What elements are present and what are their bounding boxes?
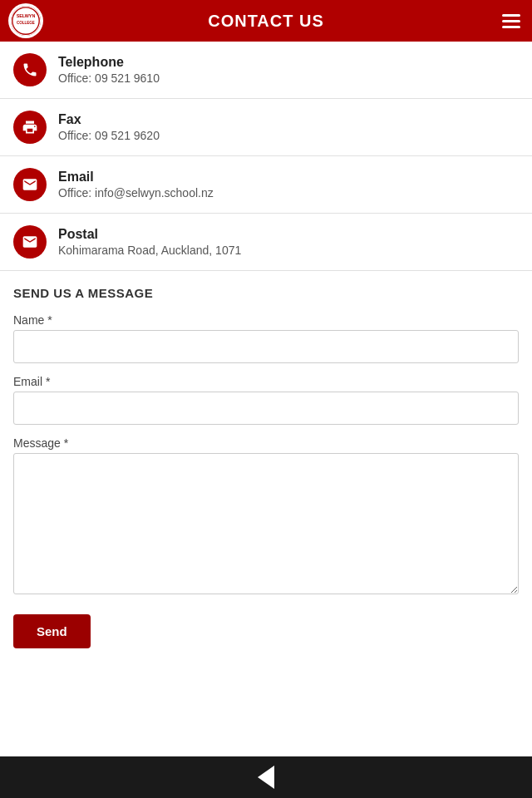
email-label: Email * — [13, 375, 519, 388]
contact-item-postal: PostalKohimarama Road, Auckland, 1071 — [0, 214, 532, 271]
message-group: Message * — [13, 436, 519, 598]
telephone-detail: Office: 09 521 9610 — [58, 71, 160, 85]
fax-text: FaxOffice: 09 521 9620 — [58, 112, 160, 142]
message-textarea[interactable] — [13, 453, 519, 594]
message-label: Message * — [13, 436, 519, 450]
email-icon — [13, 168, 47, 201]
logo-inner: SELWYN COLLEGE — [11, 6, 41, 36]
email-input[interactable] — [13, 392, 519, 425]
telephone-icon — [13, 53, 47, 86]
postal-title: Postal — [58, 227, 241, 242]
app-logo: SELWYN COLLEGE — [8, 3, 43, 38]
back-button[interactable] — [258, 766, 274, 789]
name-group: Name * — [13, 313, 519, 363]
send-button[interactable]: Send — [13, 614, 91, 648]
contact-list: TelephoneOffice: 09 521 9610FaxOffice: 0… — [0, 42, 532, 271]
svg-text:SELWYN: SELWYN — [17, 13, 36, 18]
contact-item-fax: FaxOffice: 09 521 9620 — [0, 99, 532, 156]
contact-item-telephone: TelephoneOffice: 09 521 9610 — [0, 42, 532, 99]
postal-text: PostalKohimarama Road, Auckland, 1071 — [58, 227, 241, 257]
contact-item-email: EmailOffice: info@selwyn.school.nz — [0, 156, 532, 214]
menu-icon[interactable] — [502, 14, 520, 28]
email-detail: Office: info@selwyn.school.nz — [58, 186, 214, 200]
header: SELWYN COLLEGE CONTACT US — [0, 0, 532, 42]
postal-icon — [13, 225, 47, 259]
name-label: Name * — [13, 313, 519, 327]
email-group: Email * — [13, 375, 519, 425]
fax-title: Fax — [58, 112, 160, 127]
svg-text:COLLEGE: COLLEGE — [17, 21, 35, 25]
bottom-navigation-bar — [0, 756, 532, 798]
page-title: CONTACT US — [208, 12, 324, 31]
name-input[interactable] — [13, 330, 519, 363]
content-area: TelephoneOffice: 09 521 9610FaxOffice: 0… — [0, 42, 532, 756]
form-section-title: SEND US A MESSAGE — [13, 286, 519, 300]
email-title: Email — [58, 170, 214, 185]
email-text: EmailOffice: info@selwyn.school.nz — [58, 170, 214, 200]
telephone-text: TelephoneOffice: 09 521 9610 — [58, 55, 160, 85]
telephone-title: Telephone — [58, 55, 160, 70]
fax-icon — [13, 111, 47, 144]
fax-detail: Office: 09 521 9620 — [58, 129, 160, 142]
contact-form-section: SEND US A MESSAGE Name * Email * Message… — [0, 271, 532, 668]
postal-detail: Kohimarama Road, Auckland, 1071 — [58, 244, 241, 257]
